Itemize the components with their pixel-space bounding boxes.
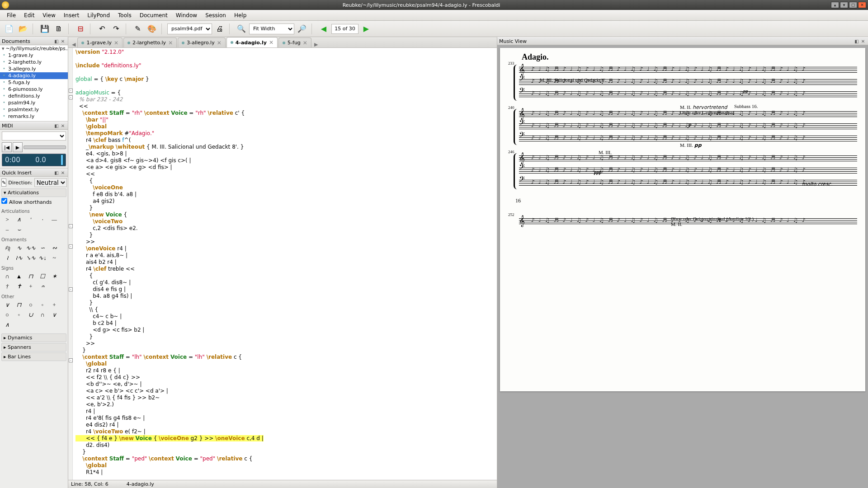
- menu-view[interactable]: View: [38, 11, 59, 20]
- doc-item[interactable]: titlepage.ly: [0, 120, 68, 121]
- ornament-glyph[interactable]: ~: [48, 253, 60, 263]
- doc-item[interactable]: psalmtext.ly: [0, 106, 68, 113]
- menu-lilypond[interactable]: LilyPond: [83, 11, 114, 20]
- doc-item[interactable]: 5-fuga.ly: [0, 79, 68, 86]
- musicview-close-icon[interactable]: ✕: [860, 38, 866, 44]
- documents-undock-icon[interactable]: ◧: [53, 38, 60, 44]
- articulation-glyph[interactable]: ∧: [13, 215, 25, 225]
- other-glyph[interactable]: ○: [1, 310, 13, 320]
- dynamics-section[interactable]: Dynamics: [1, 333, 66, 342]
- pdf-select[interactable]: psalm94.pdf: [167, 23, 212, 34]
- midi-close-icon[interactable]: ✕: [60, 122, 66, 129]
- ornament-glyph[interactable]: ∿↓: [37, 253, 48, 263]
- shade-button[interactable]: ▴: [831, 2, 839, 8]
- code-editor[interactable]: - - - - - - \version "2.12.0" \include "…: [68, 48, 497, 480]
- save-button[interactable]: 💾: [38, 23, 51, 35]
- articulation-glyph[interactable]: >: [1, 215, 13, 225]
- zoom-out-button[interactable]: 🔍: [235, 23, 248, 35]
- midi-play-button[interactable]: ▶: [13, 142, 23, 152]
- saveas-button[interactable]: 🗎: [52, 23, 65, 35]
- direction-select[interactable]: Neutral: [34, 178, 67, 187]
- allow-shorthands-check[interactable]: Allow shorthands: [1, 199, 52, 205]
- ornament-glyph[interactable]: ≀∿: [13, 253, 25, 263]
- sign-glyph[interactable]: ⊓: [25, 272, 37, 282]
- sign-glyph[interactable]: ☐: [37, 272, 48, 282]
- other-glyph[interactable]: ∪: [25, 310, 37, 320]
- midi-position-slider[interactable]: [24, 145, 66, 149]
- documents-list[interactable]: ~/ly/lilymusic/reubke/ps...1-grave.ly2-l…: [0, 45, 68, 121]
- tabs-scroll-right[interactable]: ▶: [312, 42, 320, 47]
- quickinsert-close-icon[interactable]: ✕: [60, 169, 66, 176]
- ornament-glyph[interactable]: ♯𝄮: [1, 243, 13, 253]
- sign-glyph[interactable]: ✶: [48, 272, 60, 282]
- sign-glyph[interactable]: ✝: [13, 282, 25, 291]
- maximize-button[interactable]: ▢: [849, 2, 857, 8]
- tab-5fug[interactable]: 5-fug✕: [278, 38, 311, 47]
- other-glyph[interactable]: ◦: [13, 310, 25, 320]
- menu-file[interactable]: File: [3, 11, 20, 20]
- articulation-glyph[interactable]: —: [48, 215, 60, 225]
- tab-close-icon[interactable]: ✕: [269, 39, 274, 46]
- tab-2larghettoly[interactable]: 2-larghetto.ly✕: [123, 38, 177, 47]
- menu-session[interactable]: Session: [201, 11, 230, 20]
- menu-document[interactable]: Document: [136, 11, 172, 20]
- tab-close-icon[interactable]: ✕: [168, 40, 173, 46]
- tab-4adagioly[interactable]: 4-adagio.ly✕: [226, 37, 278, 47]
- midi-rewind-button[interactable]: |◀: [2, 142, 12, 152]
- doc-item[interactable]: definitions.ly: [0, 93, 68, 99]
- documents-close-icon[interactable]: ✕: [60, 38, 66, 44]
- ornament-glyph[interactable]: ∿∿: [25, 243, 37, 253]
- midi-undock-icon[interactable]: ◧: [53, 122, 60, 129]
- barlines-section[interactable]: Bar Lines: [1, 352, 66, 361]
- open-button[interactable]: 📂: [17, 23, 29, 35]
- zoom-select[interactable]: Fit Width: [249, 23, 294, 34]
- doc-root[interactable]: ~/ly/lilymusic/reubke/ps...: [0, 45, 68, 52]
- articulation-glyph[interactable]: –: [1, 225, 13, 235]
- undo-button[interactable]: ↶: [96, 23, 108, 35]
- articulations-section[interactable]: Articulations: [1, 188, 66, 197]
- ornament-glyph[interactable]: ∿: [13, 243, 25, 253]
- tab-3allegroly[interactable]: 3-allegro.ly✕: [178, 38, 226, 47]
- page-input[interactable]: [331, 24, 359, 34]
- tab-close-icon[interactable]: ✕: [217, 40, 222, 46]
- doc-item[interactable]: 3-allegro.ly: [0, 66, 68, 72]
- articulation-glyph[interactable]: ·: [37, 215, 48, 225]
- direction-icon[interactable]: ✎: [1, 178, 6, 187]
- sign-glyph[interactable]: +: [25, 282, 37, 291]
- other-glyph[interactable]: ∨: [48, 310, 60, 320]
- doc-item[interactable]: 6-piumosso.ly: [0, 86, 68, 93]
- zoom-in-button[interactable]: 🔎: [296, 23, 308, 35]
- midi-output-select[interactable]: [2, 131, 66, 141]
- close-doc-button[interactable]: ⊟: [74, 23, 87, 35]
- engrave-publish-button[interactable]: 🎨: [146, 23, 158, 35]
- sign-glyph[interactable]: †: [1, 282, 13, 291]
- menu-insert[interactable]: Insert: [60, 11, 83, 20]
- quickinsert-undock-icon[interactable]: ◧: [53, 169, 60, 176]
- sign-glyph[interactable]: ▲: [13, 272, 25, 282]
- ornament-glyph[interactable]: ↘∿: [25, 253, 37, 263]
- doc-item[interactable]: 2-larghetto.ly: [0, 59, 68, 66]
- other-glyph[interactable]: ∨: [1, 300, 13, 310]
- other-glyph[interactable]: ∧: [1, 320, 13, 330]
- menu-help[interactable]: Help: [230, 11, 250, 20]
- menu-tools[interactable]: Tools: [114, 11, 136, 20]
- ornament-glyph[interactable]: ≀: [1, 253, 13, 263]
- menu-window[interactable]: Window: [172, 11, 201, 20]
- redo-button[interactable]: ↷: [110, 23, 123, 35]
- print-button[interactable]: 🖨: [213, 23, 226, 35]
- tab-close-icon[interactable]: ✕: [114, 40, 118, 46]
- close-button[interactable]: ✕: [858, 2, 866, 8]
- doc-item[interactable]: psalm94.ly: [0, 99, 68, 106]
- articulation-glyph[interactable]: ′: [25, 215, 37, 225]
- tab-close-icon[interactable]: ✕: [303, 40, 307, 46]
- tabs-scroll-left[interactable]: ◀: [70, 42, 77, 47]
- other-glyph[interactable]: ◦: [37, 300, 48, 310]
- ornament-glyph[interactable]: ∾: [48, 243, 60, 253]
- doc-item[interactable]: 1-grave.ly: [0, 52, 68, 59]
- sign-glyph[interactable]: ∩: [1, 272, 13, 282]
- other-glyph[interactable]: +: [48, 300, 60, 310]
- other-glyph[interactable]: ∩: [37, 310, 48, 320]
- engrave-button[interactable]: ✎: [132, 23, 144, 35]
- new-button[interactable]: 📄: [3, 23, 15, 35]
- sign-glyph[interactable]: 𝄐: [37, 282, 48, 291]
